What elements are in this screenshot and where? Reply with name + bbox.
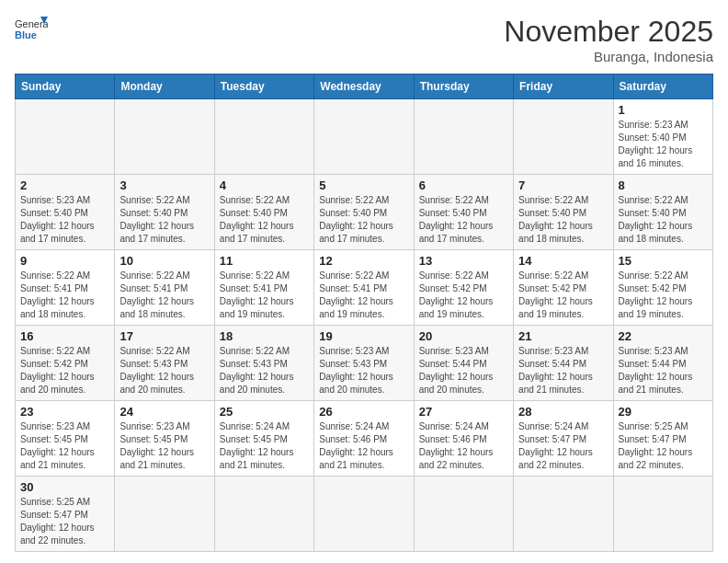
calendar-cell: 8Sunrise: 5:22 AM Sunset: 5:40 PM Daylig… (613, 175, 712, 250)
calendar-week-6: 30Sunrise: 5:25 AM Sunset: 5:47 PM Dayli… (16, 477, 713, 552)
day-info: Sunrise: 5:24 AM Sunset: 5:46 PM Dayligh… (319, 420, 408, 472)
calendar-cell: 19Sunrise: 5:23 AM Sunset: 5:43 PM Dayli… (314, 326, 414, 401)
calendar-cell: 20Sunrise: 5:23 AM Sunset: 5:44 PM Dayli… (414, 326, 513, 401)
calendar-cell (414, 99, 513, 175)
day-info: Sunrise: 5:22 AM Sunset: 5:42 PM Dayligh… (20, 345, 109, 396)
day-number: 26 (319, 405, 408, 419)
calendar-cell: 29Sunrise: 5:25 AM Sunset: 5:47 PM Dayli… (613, 401, 712, 477)
location: Buranga, Indonesia (504, 49, 713, 64)
weekday-header-row: SundayMondayTuesdayWednesdayThursdayFrid… (16, 75, 713, 99)
calendar-week-1: 1Sunrise: 5:23 AM Sunset: 5:40 PM Daylig… (16, 99, 713, 175)
title-area: November 2025 Buranga, Indonesia (504, 15, 713, 64)
day-info: Sunrise: 5:23 AM Sunset: 5:44 PM Dayligh… (419, 345, 508, 396)
calendar-cell: 13Sunrise: 5:22 AM Sunset: 5:42 PM Dayli… (414, 250, 513, 326)
calendar-cell: 16Sunrise: 5:22 AM Sunset: 5:42 PM Dayli… (16, 326, 115, 401)
day-number: 9 (20, 254, 109, 268)
day-info: Sunrise: 5:23 AM Sunset: 5:44 PM Dayligh… (619, 345, 708, 396)
day-info: Sunrise: 5:22 AM Sunset: 5:40 PM Dayligh… (319, 194, 408, 246)
calendar-cell (514, 99, 613, 175)
calendar-cell: 1Sunrise: 5:23 AM Sunset: 5:40 PM Daylig… (613, 99, 712, 175)
calendar-cell: 26Sunrise: 5:24 AM Sunset: 5:46 PM Dayli… (314, 401, 414, 477)
day-number: 23 (20, 405, 109, 419)
day-info: Sunrise: 5:22 AM Sunset: 5:42 PM Dayligh… (518, 270, 608, 321)
day-info: Sunrise: 5:22 AM Sunset: 5:40 PM Dayligh… (419, 194, 508, 246)
day-number: 19 (319, 329, 408, 343)
day-info: Sunrise: 5:23 AM Sunset: 5:45 PM Dayligh… (20, 420, 109, 472)
calendar-cell: 27Sunrise: 5:24 AM Sunset: 5:46 PM Dayli… (414, 401, 513, 477)
day-number: 27 (419, 405, 508, 419)
day-number: 20 (419, 329, 508, 343)
day-number: 15 (619, 254, 708, 268)
calendar-cell: 9Sunrise: 5:22 AM Sunset: 5:41 PM Daylig… (16, 250, 115, 326)
calendar-cell: 14Sunrise: 5:22 AM Sunset: 5:42 PM Dayli… (514, 250, 613, 326)
weekday-header-friday: Friday (514, 75, 613, 99)
day-number: 25 (220, 405, 309, 419)
calendar-cell (214, 99, 313, 175)
day-number: 13 (419, 254, 508, 268)
calendar-cell: 28Sunrise: 5:24 AM Sunset: 5:47 PM Dayli… (514, 401, 613, 477)
page-header: General Blue November 2025 Buranga, Indo… (15, 15, 713, 64)
calendar-cell: 15Sunrise: 5:22 AM Sunset: 5:42 PM Dayli… (613, 250, 712, 326)
day-info: Sunrise: 5:22 AM Sunset: 5:41 PM Dayligh… (319, 270, 408, 321)
calendar-cell (16, 99, 115, 175)
day-info: Sunrise: 5:22 AM Sunset: 5:40 PM Dayligh… (619, 194, 708, 246)
day-info: Sunrise: 5:22 AM Sunset: 5:41 PM Dayligh… (20, 270, 109, 321)
day-info: Sunrise: 5:23 AM Sunset: 5:43 PM Dayligh… (319, 345, 408, 396)
calendar-week-2: 2Sunrise: 5:23 AM Sunset: 5:40 PM Daylig… (16, 175, 713, 250)
calendar-week-3: 9Sunrise: 5:22 AM Sunset: 5:41 PM Daylig… (16, 250, 713, 326)
calendar-cell: 25Sunrise: 5:24 AM Sunset: 5:45 PM Dayli… (214, 401, 313, 477)
logo: General Blue (15, 15, 48, 40)
day-number: 11 (220, 254, 309, 268)
day-number: 12 (319, 254, 408, 268)
day-number: 18 (220, 329, 309, 343)
day-info: Sunrise: 5:22 AM Sunset: 5:42 PM Dayligh… (619, 270, 708, 321)
day-number: 21 (518, 329, 608, 343)
day-number: 2 (20, 178, 109, 192)
day-number: 6 (419, 178, 508, 192)
day-info: Sunrise: 5:22 AM Sunset: 5:40 PM Dayligh… (220, 194, 309, 246)
calendar-cell: 12Sunrise: 5:22 AM Sunset: 5:41 PM Dayli… (314, 250, 414, 326)
calendar-cell (115, 99, 214, 175)
weekday-header-thursday: Thursday (414, 75, 513, 99)
day-number: 3 (119, 178, 209, 192)
calendar-body: 1Sunrise: 5:23 AM Sunset: 5:40 PM Daylig… (16, 99, 713, 552)
calendar-cell: 10Sunrise: 5:22 AM Sunset: 5:41 PM Dayli… (115, 250, 214, 326)
day-info: Sunrise: 5:22 AM Sunset: 5:41 PM Dayligh… (220, 270, 309, 321)
day-info: Sunrise: 5:25 AM Sunset: 5:47 PM Dayligh… (619, 420, 708, 472)
day-number: 10 (119, 254, 209, 268)
calendar-week-4: 16Sunrise: 5:22 AM Sunset: 5:42 PM Dayli… (16, 326, 713, 401)
day-info: Sunrise: 5:24 AM Sunset: 5:46 PM Dayligh… (419, 420, 508, 472)
calendar-cell: 24Sunrise: 5:23 AM Sunset: 5:45 PM Dayli… (115, 401, 214, 477)
day-number: 7 (518, 178, 608, 192)
weekday-header-saturday: Saturday (613, 75, 712, 99)
day-number: 8 (619, 178, 708, 192)
day-number: 5 (319, 178, 408, 192)
calendar-cell: 2Sunrise: 5:23 AM Sunset: 5:40 PM Daylig… (16, 175, 115, 250)
logo-icon: General Blue (15, 15, 48, 40)
day-info: Sunrise: 5:22 AM Sunset: 5:43 PM Dayligh… (119, 345, 209, 396)
day-number: 1 (619, 103, 708, 117)
day-number: 28 (518, 405, 608, 419)
day-number: 4 (220, 178, 309, 192)
day-info: Sunrise: 5:22 AM Sunset: 5:40 PM Dayligh… (518, 194, 608, 246)
calendar-cell (613, 477, 712, 552)
day-number: 22 (619, 329, 708, 343)
month-title: November 2025 (504, 15, 713, 49)
svg-text:Blue: Blue (15, 29, 37, 40)
weekday-header-sunday: Sunday (16, 75, 115, 99)
calendar-cell (115, 477, 214, 552)
calendar-cell: 4Sunrise: 5:22 AM Sunset: 5:40 PM Daylig… (214, 175, 313, 250)
weekday-header-wednesday: Wednesday (314, 75, 414, 99)
day-info: Sunrise: 5:24 AM Sunset: 5:47 PM Dayligh… (518, 420, 608, 472)
calendar-cell: 17Sunrise: 5:22 AM Sunset: 5:43 PM Dayli… (115, 326, 214, 401)
calendar-cell (514, 477, 613, 552)
calendar-cell (314, 477, 414, 552)
day-number: 30 (20, 480, 109, 494)
day-number: 16 (20, 329, 109, 343)
calendar-cell: 18Sunrise: 5:22 AM Sunset: 5:43 PM Dayli… (214, 326, 313, 401)
calendar-cell (414, 477, 513, 552)
calendar-cell: 11Sunrise: 5:22 AM Sunset: 5:41 PM Dayli… (214, 250, 313, 326)
weekday-header-monday: Monday (115, 75, 214, 99)
calendar-cell: 30Sunrise: 5:25 AM Sunset: 5:47 PM Dayli… (16, 477, 115, 552)
calendar-cell: 3Sunrise: 5:22 AM Sunset: 5:40 PM Daylig… (115, 175, 214, 250)
